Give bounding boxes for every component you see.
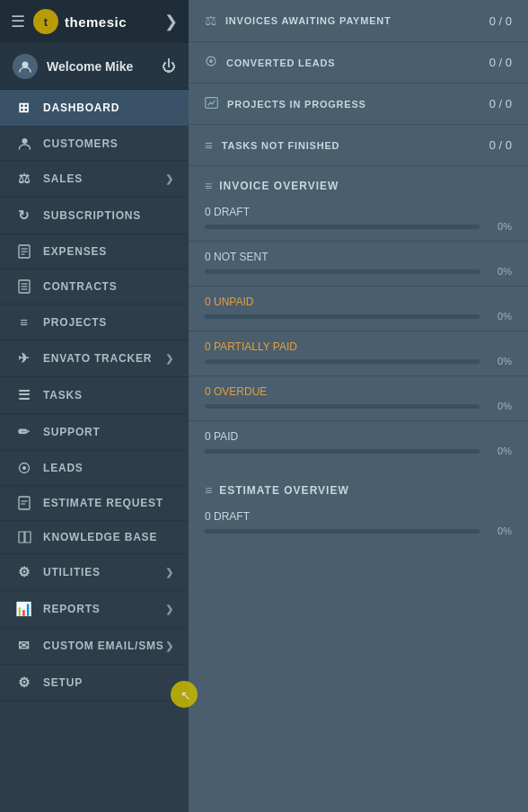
- sidebar-header-left: ☰ t themesic: [11, 8, 127, 35]
- invoice-unpaid-label: 0 UNPAID: [205, 296, 512, 308]
- invoice-overdue-pct: 0%: [487, 401, 512, 411]
- invoice-not-sent-label: 0 NOT SENT: [205, 251, 512, 263]
- invoice-paid-label: 0 PAID: [205, 430, 512, 443]
- invoices-label: INVOICES AWAITING PAYMENT: [225, 15, 489, 26]
- user-section: Welcome Mike ⏻: [0, 43, 189, 90]
- sidebar-item-tasks[interactable]: ☰ TASKS: [0, 377, 189, 414]
- projects-value: 0 / 0: [489, 97, 512, 110]
- sidebar-item-contracts[interactable]: CONTRACTS: [0, 269, 189, 304]
- invoices-value: 0 / 0: [489, 14, 512, 28]
- divider-5: [189, 420, 528, 421]
- estimate-draft-bar-bg: [205, 529, 480, 534]
- invoice-paid-item: 0 PAID 0%: [189, 425, 528, 462]
- invoice-partially-paid-bar-row: 0%: [205, 356, 512, 366]
- subscriptions-icon: ↻: [14, 207, 34, 224]
- user-name: Welcome Mike: [47, 59, 133, 74]
- sidebar-item-label: UTILITIES: [43, 566, 165, 578]
- sidebar-item-label: DASHBOARD: [43, 102, 174, 114]
- estimate-draft-item: 0 DRAFT 0%: [189, 505, 528, 542]
- invoice-draft-label: 0 DRAFT: [205, 206, 512, 218]
- sidebar-item-dashboard[interactable]: ⊞ DASHBOARD: [0, 90, 189, 127]
- stat-row-tasks: ≡ TASKS NOT FINISHED 0 / 0: [189, 125, 528, 166]
- sidebar-item-envato-tracker[interactable]: ✈ ENVATO TRACKER ❯: [0, 340, 189, 377]
- leads-label: CONVERTED LEADS: [226, 57, 489, 68]
- sidebar-item-setup[interactable]: ⚙ SETUP: [0, 665, 189, 702]
- power-icon[interactable]: ⏻: [162, 58, 176, 75]
- estimate-request-icon: [14, 496, 34, 510]
- sidebar-item-leads[interactable]: LEADS: [0, 451, 189, 486]
- estimate-overview-title: ESTIMATE OVERVIEW: [219, 484, 349, 497]
- user-avatar-icon: [13, 54, 38, 79]
- invoice-partially-paid-item: 0 PARTIALLY PAID 0%: [189, 335, 528, 372]
- sidebar-item-label: REPORTS: [43, 603, 165, 615]
- dashboard-icon: ⊞: [14, 100, 34, 116]
- invoice-draft-item: 0 DRAFT 0%: [189, 200, 528, 237]
- invoice-partially-paid-label: 0 PARTIALLY PAID: [205, 340, 512, 353]
- sidebar-item-custom-email-sms[interactable]: ✉ CUSTOM EMAIL/SMS ❯: [0, 628, 189, 665]
- invoice-draft-bar-row: 0%: [205, 221, 512, 232]
- user-left: Welcome Mike: [13, 54, 133, 79]
- setup-icon: ⚙: [14, 675, 34, 691]
- utilities-icon: ⚙: [14, 564, 34, 580]
- invoice-unpaid-item: 0 UNPAID 0%: [189, 290, 528, 327]
- invoice-overview-title: INVOICE OVERVIEW: [219, 180, 339, 192]
- sidebar-item-label: SALES: [43, 172, 165, 185]
- tasks-label: TASKS NOT FINISHED: [222, 140, 489, 151]
- sidebar-header: ☰ t themesic ❯: [0, 0, 189, 43]
- divider-3: [189, 331, 528, 331]
- invoice-overview-header: ≡ INVOICE OVERVIEW: [189, 166, 528, 200]
- email-sms-arrow-icon: ❯: [165, 640, 174, 652]
- sidebar-item-customers[interactable]: CUSTOMERS: [0, 127, 189, 161]
- sidebar-item-label: SUBSCRIPTIONS: [43, 209, 174, 222]
- invoice-overdue-bar-row: 0%: [205, 401, 512, 411]
- invoices-icon: ⚖: [205, 13, 216, 29]
- envato-arrow-icon: ❯: [165, 353, 174, 365]
- estimate-overview-icon: ≡: [205, 483, 212, 498]
- sidebar-item-support[interactable]: ✏ SUPPORT: [0, 414, 189, 451]
- chevron-down-icon[interactable]: ❯: [164, 12, 178, 31]
- invoice-not-sent-item: 0 NOT SENT 0%: [189, 245, 528, 282]
- projects-stat-icon: [205, 96, 218, 111]
- sidebar-item-reports[interactable]: 📊 REPORTS ❯: [0, 591, 189, 628]
- sidebar-item-utilities[interactable]: ⚙ UTILITIES ❯: [0, 554, 189, 591]
- hamburger-icon[interactable]: ☰: [11, 12, 25, 31]
- invoice-unpaid-bar-row: 0%: [205, 311, 512, 322]
- logo-container: t themesic: [32, 8, 127, 35]
- tasks-icon: ☰: [14, 387, 34, 403]
- projects-icon: ≡: [14, 314, 34, 330]
- sales-arrow-icon: ❯: [165, 173, 174, 185]
- sidebar-item-label: TASKS: [43, 389, 174, 402]
- knowledge-base-icon: [14, 531, 34, 543]
- estimate-draft-pct: 0%: [487, 525, 512, 536]
- sidebar-item-projects[interactable]: ≡ PROJECTS: [0, 304, 189, 340]
- sidebar-item-knowledge-base[interactable]: KNOWLEDGE BASE: [0, 521, 189, 554]
- invoice-paid-bar-bg: [205, 449, 480, 454]
- sidebar-item-sales[interactable]: ⚖ SALES ❯: [0, 161, 189, 198]
- invoice-not-sent-pct: 0%: [487, 266, 512, 277]
- sidebar-item-subscriptions[interactable]: ↻ SUBSCRIPTIONS: [0, 198, 189, 234]
- tasks-value: 0 / 0: [489, 138, 512, 152]
- support-icon: ✏: [14, 424, 34, 440]
- sidebar-item-label: PROJECTS: [43, 316, 174, 329]
- invoice-paid-pct: 0%: [487, 446, 512, 456]
- sidebar-nav: ⊞ DASHBOARD CUSTOMERS ⚖ SALES ❯ ↻ SUBSCR…: [0, 90, 189, 812]
- logo-icon: t: [32, 8, 59, 35]
- tasks-stat-icon: ≡: [205, 137, 213, 153]
- invoice-unpaid-pct: 0%: [487, 311, 512, 322]
- invoice-partially-paid-bar-bg: [205, 359, 480, 364]
- sidebar-item-label: LEADS: [43, 462, 174, 474]
- stat-row-leads: CONVERTED LEADS 0 / 0: [189, 42, 528, 84]
- sidebar-item-label: EXPENSES: [43, 245, 174, 258]
- utilities-arrow-icon: ❯: [165, 567, 174, 578]
- sidebar-item-label: SETUP: [43, 676, 174, 689]
- sidebar-item-expenses[interactable]: EXPENSES: [0, 234, 189, 269]
- invoice-overdue-bar-bg: [205, 404, 480, 409]
- invoice-overdue-item: 0 OVERDUE 0%: [189, 380, 528, 417]
- sidebar-item-label: KNOWLEDGE BASE: [43, 531, 174, 543]
- stat-row-projects: PROJECTS IN PROGRESS 0 / 0: [189, 84, 528, 125]
- sidebar-item-estimate-request[interactable]: ESTIMATE REQUEST: [0, 486, 189, 521]
- sidebar-item-label: SUPPORT: [43, 426, 174, 438]
- logo-text: themesic: [65, 14, 127, 30]
- envato-tracker-icon: ✈: [14, 350, 34, 366]
- invoice-draft-bar-bg: [205, 225, 480, 229]
